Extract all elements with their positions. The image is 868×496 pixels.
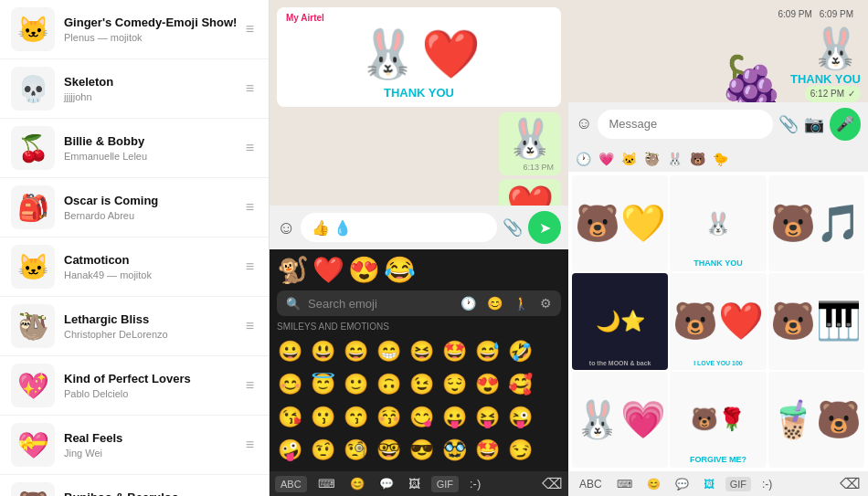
- emoji-cell[interactable]: 😄: [339, 335, 372, 368]
- emoji-cell[interactable]: 😚: [372, 401, 405, 434]
- sticker-sloth-tab[interactable]: 🦥: [644, 152, 660, 166]
- sticker-list-item[interactable]: 🎒 Oscar is Coming Bernardo Abreu ≡: [0, 178, 269, 237]
- sticker-list-item[interactable]: 🍒 Billie & Bobby Emmanuelle Leleu ≡: [0, 119, 269, 178]
- emoji-button[interactable]: ☺: [277, 217, 295, 238]
- gif-button[interactable]: GIF: [431, 476, 459, 492]
- smile-tab-icon[interactable]: 😊: [487, 296, 503, 311]
- stk-active-button[interactable]: 🖼: [700, 476, 718, 492]
- sticker-bunny-tab[interactable]: 🐰: [667, 152, 683, 166]
- right-camera-button[interactable]: 📷: [804, 114, 824, 134]
- emoji-cell[interactable]: 😆: [405, 335, 438, 368]
- emoji-cell[interactable]: 🤣: [503, 335, 536, 368]
- emoji-cell[interactable]: 😜: [503, 401, 536, 434]
- stk-keyboard-icon[interactable]: ⌨: [613, 476, 636, 492]
- send-button[interactable]: ➤: [528, 211, 561, 244]
- sticker-cell-2[interactable]: 🐰 THANK YOU: [670, 175, 766, 271]
- stk-smiley-button[interactable]: :-): [758, 476, 776, 492]
- emoji-cell[interactable]: 😏: [503, 434, 536, 467]
- emoji-cell[interactable]: 🥰: [503, 368, 536, 401]
- stk-abc-button[interactable]: ABC: [576, 476, 606, 492]
- sticker-list-item[interactable]: 💀 Skeleton jjjjjohn ≡: [0, 59, 269, 119]
- emoji-cell[interactable]: 😅: [471, 335, 503, 368]
- sticker-list-item[interactable]: 🐻 Buniboo & Bearuloo Cindy Suen ≡: [0, 475, 269, 496]
- person-tab-icon[interactable]: 🚶: [513, 296, 529, 311]
- delete-button[interactable]: ⌫: [542, 475, 563, 492]
- emoji-cell[interactable]: 😙: [339, 401, 372, 434]
- sticker-cell-9[interactable]: 🧋🐻: [768, 372, 864, 468]
- sticker-hearts-tab[interactable]: 💗: [598, 152, 614, 166]
- sticker-cell-5[interactable]: 🐻❤️ I LOVE YOU 100: [670, 273, 766, 369]
- emoji-cell[interactable]: 🤩: [438, 335, 471, 368]
- sticker-menu-icon[interactable]: ≡: [242, 433, 258, 457]
- emoji-search-bar[interactable]: 🔍 Search emoji 🕐 😊 🚶 ⚙: [277, 290, 561, 316]
- sticker-cell-7[interactable]: 🐰💗: [572, 372, 668, 468]
- sticker-list-item[interactable]: 💝 Real Feels Jing Wei ≡: [0, 416, 269, 475]
- emoji-cell[interactable]: 🙃: [372, 368, 405, 401]
- emoji-cell[interactable]: 😉: [405, 368, 438, 401]
- recent-emoji-laugh[interactable]: 😂: [384, 255, 416, 285]
- emoji-cell[interactable]: 😊: [273, 368, 306, 401]
- sticker-menu-icon[interactable]: ≡: [242, 77, 258, 100]
- emoji-cell[interactable]: 😇: [306, 368, 339, 401]
- settings-tab-icon[interactable]: ⚙: [540, 296, 552, 311]
- emoji-cell[interactable]: 😀: [273, 335, 306, 368]
- emoji-cell[interactable]: 😘: [273, 401, 306, 434]
- message-field[interactable]: 👍 💧: [301, 213, 497, 242]
- sticker-cell-6[interactable]: 🐻🎹: [768, 273, 864, 369]
- sticker-tab-button[interactable]: 💬: [376, 475, 397, 492]
- emoji-cell[interactable]: 😎: [405, 434, 438, 467]
- right-emoji-button[interactable]: ☺: [576, 114, 592, 133]
- emoji-cell[interactable]: 🤩: [471, 434, 503, 467]
- emoji-cell[interactable]: 😍: [471, 368, 503, 401]
- sticker-menu-icon[interactable]: ≡: [242, 374, 258, 397]
- sticker-cell-4[interactable]: 🌙⭐ to the MOON & back: [572, 273, 668, 369]
- sticker-list-item[interactable]: 💖 Kind of Perfect Lovers Pablo Delcielo …: [0, 356, 269, 416]
- attach-button[interactable]: 📎: [503, 217, 523, 237]
- stk-delete-button[interactable]: ⌫: [840, 475, 861, 492]
- emoji-cell[interactable]: 😋: [405, 401, 438, 434]
- stk-emoji-button[interactable]: 😊: [643, 476, 664, 492]
- emoji-tab-button[interactable]: 😊: [346, 475, 368, 492]
- sticker-list-item[interactable]: 🐱 Catmoticon Hanak49 — mojitok ≡: [0, 237, 269, 297]
- emoji-cell[interactable]: 😌: [438, 368, 471, 401]
- stk-sticker-button[interactable]: 💬: [672, 476, 693, 492]
- right-message-input[interactable]: [598, 110, 773, 139]
- sticker-list-item[interactable]: 🦥 Lethargic Bliss Christopher DeLorenzo …: [0, 297, 269, 356]
- sticker-chick-tab[interactable]: 🐤: [713, 152, 728, 166]
- smiley-text-button[interactable]: :-): [466, 475, 484, 492]
- emoji-cell[interactable]: 🤓: [372, 434, 405, 467]
- emoji-cell[interactable]: 🙂: [339, 368, 372, 401]
- recent-emoji-heart[interactable]: ❤️: [312, 255, 344, 285]
- emoji-cell[interactable]: 🥸: [438, 434, 471, 467]
- emoji-cell[interactable]: 😛: [438, 401, 471, 434]
- sticker-menu-icon[interactable]: ≡: [242, 492, 258, 496]
- emoji-cell[interactable]: 😗: [306, 401, 339, 434]
- emoji-cell[interactable]: 🤨: [306, 434, 339, 467]
- sticker-cell-8[interactable]: 🐻🌹 FORGIVE ME?: [670, 372, 766, 468]
- sticker-list-item[interactable]: 🐱 Ginger's Comedy-Emoji Show! Plenus — m…: [0, 0, 269, 59]
- clock-tab-icon[interactable]: 🕐: [460, 296, 476, 311]
- emoji-cell[interactable]: 🧐: [339, 434, 372, 467]
- recent-emoji-love[interactable]: 😍: [348, 255, 380, 285]
- sticker-menu-icon[interactable]: ≡: [242, 195, 258, 219]
- sticker-menu-icon[interactable]: ≡: [242, 255, 258, 279]
- right-attach-button[interactable]: 📎: [778, 114, 799, 134]
- recent-emoji-monkey[interactable]: 🐒: [277, 255, 309, 285]
- keyboard-icon[interactable]: ⌨: [314, 475, 339, 492]
- sticker-bear-tab[interactable]: 🐻: [690, 152, 705, 166]
- sticker-menu-icon[interactable]: ≡: [242, 136, 258, 160]
- sticker-cell-3[interactable]: 🐻🎵: [768, 175, 864, 271]
- emoji-cell[interactable]: 😝: [471, 401, 503, 434]
- sticker-recent-tab[interactable]: 🕐: [576, 152, 591, 166]
- emoji-cell[interactable]: 🤪: [273, 434, 306, 467]
- sticker-menu-icon[interactable]: ≡: [242, 17, 258, 41]
- emoji-cell[interactable]: 😃: [306, 335, 339, 368]
- right-mic-button[interactable]: 🎤: [830, 108, 861, 141]
- emoji-cell[interactable]: 😁: [372, 335, 405, 368]
- abc-button[interactable]: ABC: [275, 476, 307, 492]
- gif-sticker-button[interactable]: 🖼: [405, 475, 424, 492]
- sticker-menu-icon[interactable]: ≡: [242, 314, 258, 338]
- sticker-cell-1[interactable]: 🐻💛: [572, 175, 668, 271]
- stk-gif-button[interactable]: GIF: [725, 477, 751, 491]
- sticker-cat-tab[interactable]: 🐱: [621, 152, 637, 166]
